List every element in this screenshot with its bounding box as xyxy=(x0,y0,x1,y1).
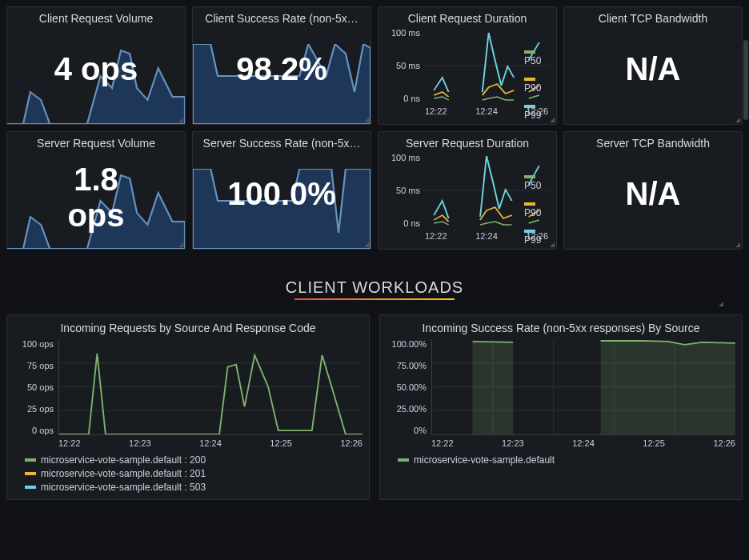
panel-title: Client TCP Bandwidth xyxy=(571,12,735,25)
resize-handle-icon[interactable] xyxy=(364,242,369,247)
legend-swatch-icon xyxy=(524,78,535,81)
resize-handle-icon[interactable] xyxy=(735,118,740,122)
panel-title: Server Request Duration xyxy=(385,137,550,150)
panel-title: Incoming Success Rate (non-5xx responses… xyxy=(387,322,735,334)
panel-title: Server TCP Bandwidth xyxy=(571,137,735,150)
plot-area xyxy=(58,339,362,435)
legend-swatch-icon xyxy=(25,486,36,489)
section-underline xyxy=(294,298,455,300)
y-axis: 100.00% 75.00% 50.00% 25.00% 0% xyxy=(387,339,431,435)
resize-handle-icon[interactable] xyxy=(550,242,555,247)
resize-handle-icon[interactable] xyxy=(178,118,183,122)
legend-swatch-icon xyxy=(25,458,36,462)
y-axis: 100 ops 75 ops 50 ops 25 ops 0 ops xyxy=(14,339,58,435)
panel-client-req-vol[interactable]: Client Request Volume 4 ops xyxy=(6,6,186,125)
legend-swatch-icon xyxy=(524,50,535,54)
resize-handle-icon[interactable] xyxy=(735,242,740,247)
legend: P50 P90 P99 xyxy=(524,175,550,246)
legend-item[interactable]: microservice-vote-sample.default : 503 xyxy=(25,482,362,493)
top-panels-grid: Client Request Volume 4 ops Client Succe… xyxy=(0,0,749,256)
panel-server-tcp-bw[interactable]: Server TCP Bandwidth N/A xyxy=(563,131,743,250)
big-value: 1.8 ops xyxy=(52,162,141,234)
panel-title: Server Request Volume xyxy=(14,137,178,150)
plot-area xyxy=(431,339,735,435)
legend[interactable]: microservice-vote-sample.default xyxy=(387,448,735,466)
legend-swatch-icon xyxy=(25,472,36,475)
section-title: CLIENT WORKLOADS xyxy=(286,278,463,296)
legend-item[interactable]: microservice-vote-sample.default xyxy=(398,454,735,466)
panel-server-req-dur[interactable]: Server Request Duration 100 ms 50 ms 0 n… xyxy=(378,131,557,250)
panel-title: Server Success Rate (non-5x… xyxy=(199,137,364,150)
panel-client-req-dur[interactable]: Client Request Duration 100 ms 50 ms 0 n… xyxy=(378,6,557,125)
legend-swatch-icon xyxy=(524,230,535,233)
panel-title: Incoming Requests by Source And Response… xyxy=(14,322,362,334)
legend: P50 P90 P99 xyxy=(524,50,550,121)
legend-swatch-icon xyxy=(524,105,535,108)
y-axis: 100 ms 50 ms 0 ns xyxy=(385,28,423,116)
legend-swatch-icon xyxy=(524,175,535,178)
legend-item[interactable]: microservice-vote-sample.default : 200 xyxy=(25,454,362,466)
legend-item[interactable]: microservice-vote-sample.default : 201 xyxy=(25,468,362,479)
big-value: 100.0% xyxy=(227,176,336,212)
resize-handle-icon[interactable] xyxy=(719,302,723,306)
panel-incoming-by-source-code[interactable]: Incoming Requests by Source And Response… xyxy=(6,314,370,500)
panel-client-succ-rate[interactable]: Client Success Rate (non-5x… 98.2% xyxy=(192,6,371,125)
legend[interactable]: microservice-vote-sample.default : 200 m… xyxy=(14,448,362,493)
panel-client-tcp-bw[interactable]: Client TCP Bandwidth N/A xyxy=(563,6,743,125)
big-value: 98.2% xyxy=(236,51,326,87)
x-axis: 12:22 12:23 12:24 12:25 12:26 xyxy=(14,435,362,448)
panel-server-req-vol[interactable]: Server Request Volume 1.8 ops xyxy=(6,131,186,250)
scrollbar-thumb[interactable] xyxy=(743,40,748,120)
panel-incoming-success-by-source[interactable]: Incoming Success Rate (non-5xx responses… xyxy=(379,314,743,500)
big-value: 4 ops xyxy=(54,51,138,87)
resize-handle-icon[interactable] xyxy=(178,242,183,247)
big-value: N/A xyxy=(626,176,681,212)
x-axis: 12:22 12:23 12:24 12:25 12:26 xyxy=(387,435,735,448)
scrollbar[interactable] xyxy=(743,0,749,560)
panel-title: Client Success Rate (non-5x… xyxy=(199,12,364,25)
panel-title: Client Request Duration xyxy=(385,12,550,25)
big-value: N/A xyxy=(626,51,681,87)
legend-swatch-icon xyxy=(398,458,409,462)
panel-server-succ-rate[interactable]: Server Success Rate (non-5x… 100.0% xyxy=(192,131,371,250)
panel-title: Client Request Volume xyxy=(14,12,178,25)
y-axis: 100 ms 50 ms 0 ns xyxy=(385,153,423,241)
section-header[interactable]: CLIENT WORKLOADS xyxy=(0,256,749,308)
resize-handle-icon[interactable] xyxy=(550,118,555,122)
resize-handle-icon[interactable] xyxy=(364,118,369,122)
bottom-panels-row: Incoming Requests by Source And Response… xyxy=(0,308,749,506)
legend-swatch-icon xyxy=(524,202,535,206)
